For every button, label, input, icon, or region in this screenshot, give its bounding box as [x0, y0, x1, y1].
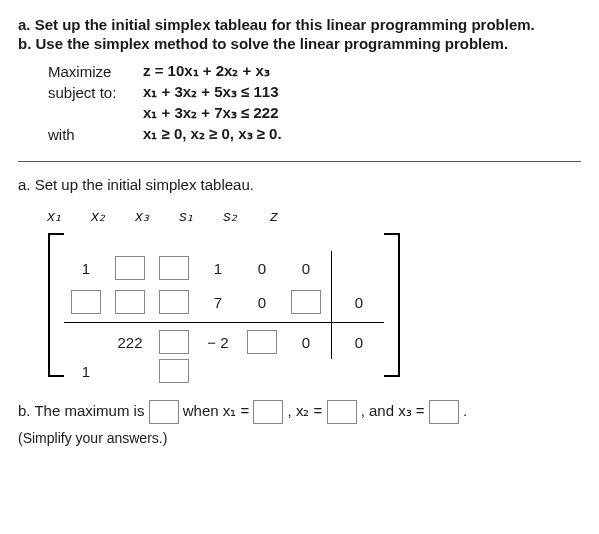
bracket-left: [48, 233, 64, 377]
simplex-tableau: 1 1 0 0 7 0 0 222 − 2 0 0 1: [48, 227, 581, 383]
tableau-headers: x₁ x₂ x₃ s₁ s₂ z: [32, 207, 581, 225]
max-value-input[interactable]: [149, 400, 179, 424]
part-a-label: a. Set up the initial simplex tableau.: [18, 176, 581, 193]
partb-mid3: , and x₃ =: [361, 402, 429, 419]
constraint-2: x₁ + 3x₂ + 7x₃ ≤ 222: [143, 104, 279, 122]
r1-x1: 1: [82, 260, 90, 277]
hdr-x2: x₂: [91, 207, 105, 225]
r1-x3-input[interactable]: [159, 256, 189, 280]
simplify-note: (Simplify your answers.): [18, 430, 581, 446]
r1-s1: 1: [214, 260, 222, 277]
subject-to-label: subject to:: [48, 84, 143, 101]
x1-value-input[interactable]: [253, 400, 283, 424]
bracket-right: [384, 233, 400, 377]
tableau-hrule: [64, 322, 384, 323]
tableau-vrule: [331, 251, 332, 359]
hdr-x1: x₁: [47, 207, 61, 225]
objective-function: z = 10x₁ + 2x₂ + x₃: [143, 62, 270, 80]
hdr-z: z: [270, 207, 278, 225]
lp-formulation: Maximize z = 10x₁ + 2x₂ + x₃ subject to:…: [48, 62, 581, 143]
nonnegativity: x₁ ≥ 0, x₂ ≥ 0, x₃ ≥ 0.: [143, 125, 282, 143]
partb-mid2: , x₂ =: [288, 402, 327, 419]
hdr-s2: s₂: [223, 207, 237, 225]
prompt-b: b. Use the simplex method to solve the l…: [18, 35, 581, 52]
constraint-1: x₁ + 3x₂ + 5x₃ ≤ 113: [143, 83, 279, 101]
partb-prefix: b. The maximum is: [18, 402, 149, 419]
r2-s2-input[interactable]: [291, 290, 321, 314]
r2-rhs: 222: [117, 334, 142, 351]
maximize-label: Maximize: [48, 63, 143, 80]
with-label: with: [48, 126, 143, 143]
partb-suffix: .: [463, 402, 467, 419]
part-b-line: b. The maximum is when x₁ = , x₂ = , and…: [18, 397, 581, 426]
section-divider: [18, 161, 581, 162]
r1-rhs-input[interactable]: [71, 290, 101, 314]
r2-z: 0: [355, 294, 363, 311]
r3-x3-input[interactable]: [247, 330, 277, 354]
r3-rhs-input[interactable]: [159, 359, 189, 383]
r1-x2-input[interactable]: [115, 256, 145, 280]
r2-x2-input[interactable]: [159, 290, 189, 314]
r1-z: 0: [302, 260, 310, 277]
r3-s2: 0: [355, 334, 363, 351]
r3-z: 1: [82, 363, 90, 380]
r3-x1-input[interactable]: [159, 330, 189, 354]
partb-mid1: when x₁ =: [183, 402, 254, 419]
r3-s1: 0: [302, 334, 310, 351]
hdr-s1: s₁: [179, 207, 193, 225]
x3-value-input[interactable]: [429, 400, 459, 424]
r1-s2: 0: [258, 260, 266, 277]
r2-x1-input[interactable]: [115, 290, 145, 314]
hdr-x3: x₃: [135, 207, 149, 225]
r3-x2: − 2: [207, 334, 228, 351]
r2-s1: 0: [258, 294, 266, 311]
r2-x3: 7: [214, 294, 222, 311]
x2-value-input[interactable]: [327, 400, 357, 424]
prompt-a: a. Set up the initial simplex tableau fo…: [18, 16, 581, 33]
